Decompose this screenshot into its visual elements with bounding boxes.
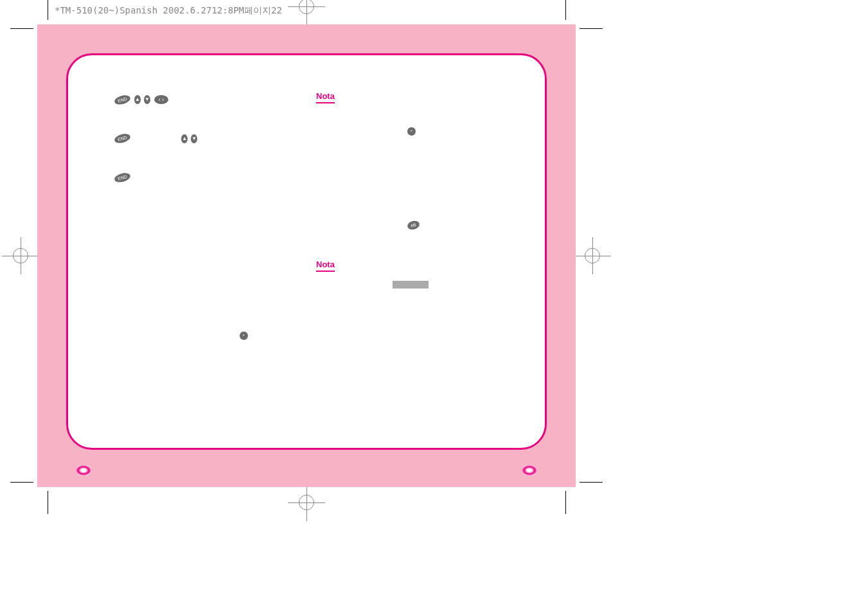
body-text: placeholder [316, 107, 500, 117]
hash-key-icon: #B [407, 219, 420, 230]
registration-mark-icon [299, 495, 314, 510]
crop-mark [580, 28, 603, 29]
body-text: placeholder [316, 240, 500, 249]
star-key-icon: * [238, 330, 249, 341]
crop-mark [10, 482, 33, 483]
nota-label: Nota [316, 259, 335, 272]
end-key-icon: END [114, 94, 131, 106]
page-frame: END ▲ ▼ placeholder text line placeholde… [37, 24, 576, 487]
binding-hole-icon [522, 465, 537, 475]
left-column: END ▲ ▼ placeholder text line placeholde… [113, 91, 297, 422]
registration-mark-icon [299, 0, 314, 14]
star-key-icon: * [407, 127, 417, 137]
nota-label: Nota [316, 91, 335, 103]
body-text: placeholder text line placeholder text l… [113, 114, 297, 124]
crop-mark [48, 491, 48, 514]
body-text [113, 193, 297, 321]
print-header: *TM-510(20~)Spanish 2002.6.2712:8PM페이지22 [55, 5, 282, 17]
down-key-icon: ▼ [144, 95, 150, 104]
up-key-icon: ▲ [181, 134, 188, 143]
nav-key-icon [154, 95, 168, 104]
crop-mark [565, 0, 566, 20]
right-column: Nota placeholder * #B placeholder Nota [316, 91, 500, 422]
body-text [316, 147, 500, 211]
body-text: placeholder text line placeholder text l… [113, 154, 297, 163]
end-key-icon: END [114, 172, 131, 184]
crop-mark [48, 0, 48, 20]
crop-mark [565, 491, 566, 514]
grey-block-icon [393, 281, 429, 289]
content-panel: END ▲ ▼ placeholder text line placeholde… [66, 53, 547, 450]
down-key-icon: ▼ [191, 134, 197, 143]
registration-mark-icon [585, 248, 600, 263]
crop-mark [580, 482, 603, 483]
end-key-icon: END [114, 132, 131, 145]
up-key-icon: ▲ [134, 95, 141, 104]
registration-mark-icon [13, 248, 28, 263]
binding-hole-icon [76, 465, 91, 475]
crop-mark [10, 28, 33, 29]
